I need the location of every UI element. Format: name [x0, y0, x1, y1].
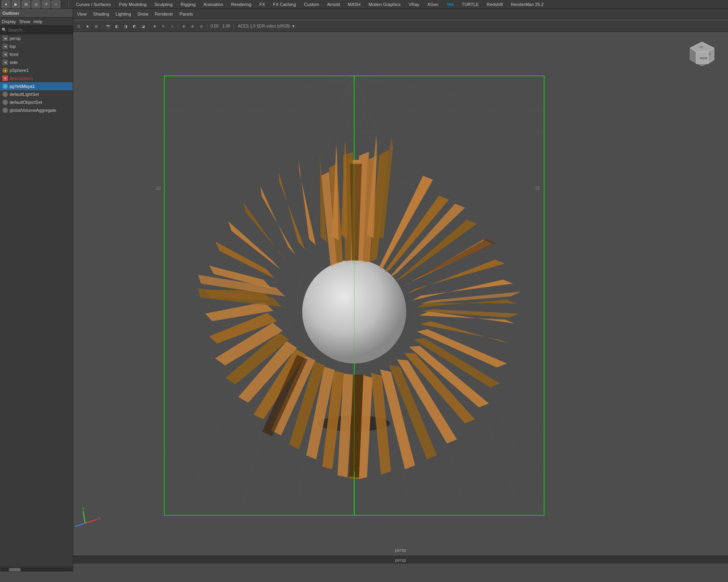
outliner-item-front[interactable]: ◀ front: [0, 50, 73, 58]
vp-icon-sel2[interactable]: ◨: [122, 22, 130, 30]
icon-4[interactable]: ◎: [32, 0, 40, 8]
outliner-show[interactable]: Show: [19, 19, 30, 24]
vp-sep-2: [149, 24, 149, 29]
outliner-item-side[interactable]: ◀ side: [0, 58, 73, 66]
outliner-label-persp: persp: [10, 36, 21, 41]
grid-svg: -10 10: [73, 32, 728, 564]
vp-menu-lighting[interactable]: Lighting: [114, 11, 133, 17]
menu-xgen[interactable]: XGen: [426, 1, 440, 8]
status-text: persp: [395, 558, 406, 562]
vp-icon-wireframe[interactable]: ⊡: [75, 22, 83, 30]
vp-menu-renderer[interactable]: Renderer: [153, 11, 175, 17]
global-icon: ○: [2, 107, 8, 113]
menu-redshift[interactable]: Redshift: [485, 1, 505, 8]
menu-mash[interactable]: MASH: [346, 1, 362, 8]
menu-fx-caching[interactable]: FX Caching: [271, 1, 297, 8]
svg-text:-10: -10: [154, 186, 161, 191]
vp-icon-sel3[interactable]: ◩: [130, 22, 138, 30]
menu-bar: ● ▶ ⊞ ◎ ↺ ☆ Curves / Surfaces Poly Model…: [0, 0, 728, 9]
menu-arnold[interactable]: Arnold: [325, 1, 341, 8]
menu-turtle[interactable]: TURTLE: [460, 1, 481, 8]
icon-6[interactable]: ☆: [52, 0, 60, 8]
vp-icon-color-profile[interactable]: ACES 1.0 SDR-video (sRGB) ▼: [235, 22, 298, 30]
vp-sep-4: [207, 24, 207, 29]
menu-curves-surfaces[interactable]: Curves / Surfaces: [74, 1, 112, 8]
outliner-display[interactable]: Display: [2, 19, 16, 24]
menu-fx[interactable]: FX: [258, 1, 267, 8]
icon-1[interactable]: ●: [2, 0, 10, 8]
vp-icon-snap3[interactable]: ⊘: [197, 22, 205, 30]
menu-motion-graphics[interactable]: Motion Graphics: [367, 1, 402, 8]
vp-menu-panels[interactable]: Panels: [178, 11, 195, 17]
menu-yeti[interactable]: Yeti: [445, 1, 455, 8]
set-icon-object: ○: [2, 99, 8, 105]
vp-icon-solid[interactable]: ■: [84, 22, 92, 30]
vp-icon-scale[interactable]: ⤡: [168, 22, 176, 30]
menu-poly-modeling[interactable]: Poly Modeling: [117, 1, 148, 8]
outliner-item-description[interactable]: ✕ description1: [0, 74, 73, 82]
yeti-icon: Y: [2, 83, 8, 89]
sep-1: [68, 1, 69, 8]
menu-rendering[interactable]: Rendering: [229, 1, 253, 8]
icon-3[interactable]: ⊞: [22, 0, 30, 8]
vp-icon-move[interactable]: ✥: [151, 22, 159, 30]
outliner-item-objectset[interactable]: ○ defaultObjectSet: [0, 98, 73, 106]
camera-icon-top: ◀: [2, 44, 8, 49]
vp-icon-texture[interactable]: ⊞: [92, 22, 100, 30]
persp-text: persp: [395, 548, 406, 552]
menu-sculpting[interactable]: Sculpting: [153, 1, 174, 8]
vp-icon-rotate[interactable]: ↻: [160, 22, 168, 30]
outliner-menu: Display Show Help: [0, 18, 73, 26]
vp-icon-gamma[interactable]: 1.00: [221, 22, 231, 30]
sidebar: Outliner Display Show Help 🔍 ◀ persp ◀ t…: [0, 9, 73, 572]
menu-renderman[interactable]: RenderMan 25.2: [509, 1, 545, 8]
outliner-label-top: top: [10, 44, 16, 49]
vp-menu-show[interactable]: Show: [136, 11, 150, 17]
svg-text:Y: Y: [82, 507, 85, 511]
vp-icon-snap1[interactable]: ⊕: [180, 22, 188, 30]
canvas-area[interactable]: -10 10: [73, 32, 728, 564]
outliner-item-psphere[interactable]: ● pSphere1: [0, 66, 73, 74]
icon-2[interactable]: ▶: [12, 0, 20, 8]
menu-custom[interactable]: Custom: [302, 1, 321, 8]
scroll-thumb[interactable]: [9, 568, 21, 571]
outliner-item-globalvol[interactable]: ○ globalVolumeAggregate: [0, 106, 73, 114]
scroll-track: [1, 568, 72, 571]
outliner-label-lightset: defaultLightSet: [10, 92, 39, 97]
vp-icon-sel1[interactable]: ◧: [113, 22, 121, 30]
menu-vray[interactable]: VRay: [407, 1, 421, 8]
menu-rigging[interactable]: Rigging: [179, 1, 197, 8]
x-icon: ✕: [2, 75, 8, 81]
sidebar-scrollbar[interactable]: [0, 567, 73, 572]
color-profile-label: ACES 1.0 SDR-video (sRGB): [238, 24, 290, 28]
outliner-label-yeti: pgYetiMaya1: [10, 84, 35, 89]
svg-text:R: R: [709, 53, 711, 56]
vp-icon-sel4[interactable]: ◪: [139, 22, 147, 30]
viewport[interactable]: View Shading Lighting Show Renderer Pane…: [73, 9, 728, 572]
vp-menu-view[interactable]: View: [76, 11, 88, 17]
outliner-item-top[interactable]: ◀ top: [0, 42, 73, 50]
search-input[interactable]: [8, 28, 71, 32]
nav-cube[interactable]: front top R: [688, 40, 716, 68]
vp-sep-5: [233, 24, 234, 29]
vp-sep-1: [102, 24, 102, 29]
vp-icon-exposure[interactable]: 0.00: [209, 22, 220, 30]
set-icon-light: ○: [2, 91, 8, 97]
outliner-item-persp[interactable]: ◀ persp: [0, 34, 73, 42]
svg-text:10: 10: [535, 186, 540, 191]
svg-text:top: top: [699, 46, 703, 49]
gamma-value: 1.00: [222, 24, 230, 28]
vp-menu-shading[interactable]: Shading: [92, 11, 111, 17]
outliner-item-lightset[interactable]: ○ defaultLightSet: [0, 90, 73, 98]
exposure-value: 0.00: [211, 24, 218, 28]
outliner-help[interactable]: Help: [34, 19, 43, 24]
main-layout: Outliner Display Show Help 🔍 ◀ persp ◀ t…: [0, 9, 728, 572]
menu-animation[interactable]: Animation: [202, 1, 225, 8]
vp-icon-camera[interactable]: 📷: [104, 22, 112, 30]
icon-5[interactable]: ↺: [42, 0, 50, 8]
outliner-item-yeti[interactable]: Y pgYetiMaya1: [0, 82, 73, 90]
outliner-label-psphere: pSphere1: [10, 68, 29, 73]
svg-text:X: X: [98, 516, 101, 521]
outliner-header: Outliner: [0, 9, 73, 18]
vp-icon-snap2[interactable]: ⊗: [189, 22, 197, 30]
